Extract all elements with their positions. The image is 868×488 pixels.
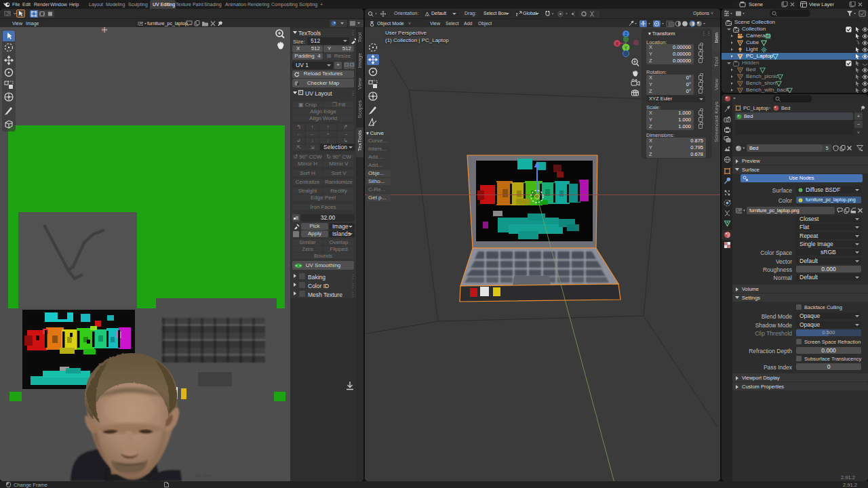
svg-text:X: X xyxy=(616,41,619,46)
svg-text:Y: Y xyxy=(625,45,628,50)
svg-text:Z: Z xyxy=(625,32,627,37)
